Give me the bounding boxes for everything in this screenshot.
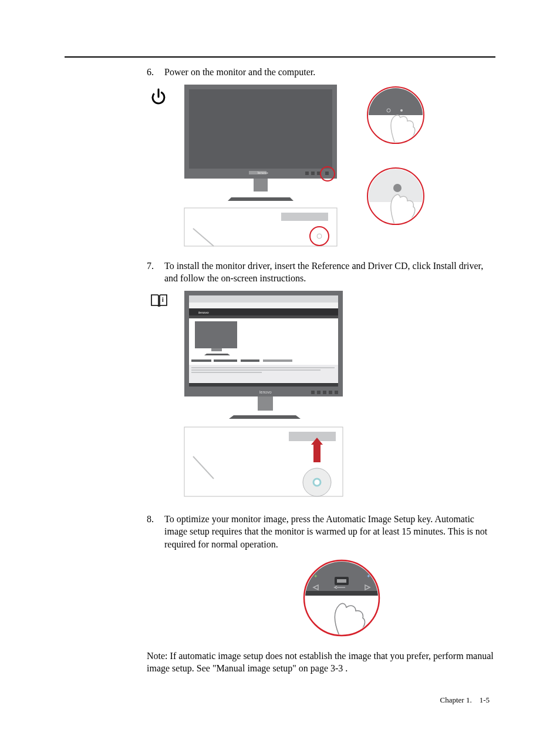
step-6-text: Power on the monitor and the computer.: [164, 66, 495, 79]
svg-rect-46: [311, 391, 315, 394]
svg-rect-50: [335, 391, 338, 394]
svg-rect-19: [367, 88, 424, 115]
footer-chapter: Chapter 1.: [440, 695, 472, 704]
note-paragraph: Note: If automatic image setup does not …: [147, 650, 495, 675]
svg-rect-8: [325, 172, 329, 175]
svg-point-21: [400, 109, 403, 112]
svg-rect-37: [191, 359, 211, 362]
svg-rect-59: [313, 445, 321, 462]
step-6: 6. Power on the monitor and the computer…: [147, 66, 495, 79]
step-6-number: 6.: [147, 66, 164, 79]
figure-step-8: ✦ ✦: [188, 557, 495, 639]
svg-rect-44: [191, 372, 262, 373]
svg-rect-54: [289, 432, 336, 441]
svg-point-57: [313, 479, 321, 486]
brand-label: lenovo: [258, 171, 268, 174]
footer-page: 1-5: [480, 695, 490, 704]
figure-step-7: i lenovo: [147, 291, 495, 502]
manual-icon: i: [147, 291, 168, 308]
svg-rect-29: [189, 295, 338, 303]
step-7-number: 7.: [147, 260, 164, 285]
svg-rect-30: [189, 303, 338, 308]
svg-rect-43: [191, 369, 321, 371]
svg-rect-51: [258, 396, 273, 411]
header-rule: [65, 56, 495, 58]
svg-rect-13: [281, 213, 328, 221]
svg-rect-63: [304, 591, 379, 596]
svg-text:✦: ✦: [313, 573, 318, 579]
svg-rect-39: [241, 359, 259, 362]
svg-rect-6: [311, 172, 315, 175]
figure-7-svg-wrap: lenovo lenovo: [178, 291, 349, 502]
svg-rect-3: [189, 89, 332, 169]
svg-rect-65: [337, 579, 346, 583]
step-7: 7. To install the monitor driver, insert…: [147, 260, 495, 285]
svg-rect-34: [211, 348, 222, 351]
svg-rect-47: [317, 391, 321, 394]
bezel-brand-label: lenovo: [259, 390, 272, 394]
svg-marker-35: [204, 354, 230, 355]
step-8-text: To optimize your monitor image, press th…: [164, 513, 495, 551]
auto-image-setup-icon: ✦ ✦: [301, 557, 383, 639]
svg-rect-40: [263, 359, 292, 362]
svg-marker-11: [228, 197, 294, 201]
figure-step-6: lenovo: [147, 85, 495, 249]
svg-rect-45: [189, 383, 338, 387]
svg-point-25: [393, 184, 402, 192]
svg-rect-42: [191, 367, 335, 368]
svg-rect-38: [214, 359, 237, 362]
step-8-number: 8.: [147, 513, 164, 551]
svg-rect-33: [195, 321, 237, 348]
svg-text:i: i: [162, 297, 164, 303]
step-8: 8. To optimize your monitor image, press…: [147, 513, 495, 551]
svg-rect-31: [189, 308, 338, 315]
svg-rect-49: [329, 391, 332, 394]
page-footer: Chapter 1. 1-5: [440, 695, 490, 705]
svg-rect-48: [323, 391, 326, 394]
svg-marker-52: [229, 415, 301, 419]
step-7-text: To install the monitor driver, insert th…: [164, 260, 495, 285]
figure-6-svg-wrap: lenovo: [178, 85, 437, 249]
svg-rect-10: [254, 179, 268, 191]
screen-brand-label: lenovo: [198, 311, 209, 314]
svg-rect-32: [189, 315, 338, 318]
power-icon: [147, 85, 168, 106]
svg-rect-5: [305, 172, 309, 175]
